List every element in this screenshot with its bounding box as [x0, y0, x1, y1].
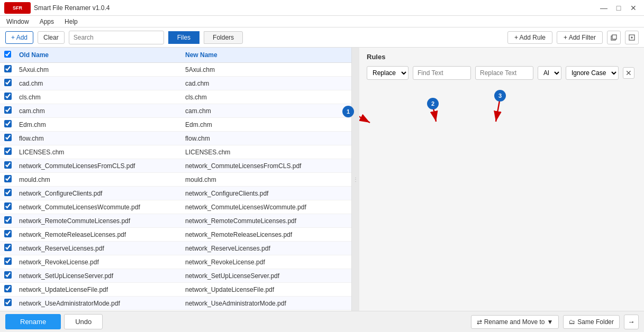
row-checkbox[interactable]	[4, 202, 12, 210]
row-checkbox[interactable]	[4, 79, 12, 86]
divider-handle: ⋮	[352, 48, 359, 311]
all-select[interactable]: All	[538, 66, 561, 80]
select-all-checkbox[interactable]	[4, 51, 11, 58]
old-name-cell: flow.chm	[19, 135, 181, 142]
files-tab[interactable]: Files	[168, 31, 199, 44]
nav-arrow-button[interactable]: →	[624, 315, 639, 329]
new-name-cell: network_RemoteReleaseLicenses.pdf	[185, 231, 347, 238]
same-folder-button[interactable]: 🗂 Same Folder	[563, 315, 620, 329]
row-checkbox-cell	[4, 202, 15, 211]
rename-button[interactable]: Rename	[5, 314, 61, 329]
file-list-header: Old Name New Name	[0, 48, 351, 63]
title-bar-left: SFR Smart File Renamer v1.0.4	[4, 2, 110, 14]
table-row: network_CommuteLicensesWcommute.pdf netw…	[0, 200, 351, 214]
table-row: mould.chm mould.chm	[0, 173, 351, 187]
row-checkbox-cell	[4, 189, 15, 198]
new-name-cell: 5Axui.chm	[185, 66, 347, 73]
undo-button[interactable]: Undo	[64, 314, 103, 329]
old-name-cell: network_RemoteCommuteLicenses.pdf	[19, 217, 181, 225]
row-checkbox-cell	[4, 299, 15, 308]
app-title: Smart File Renamer v1.0.4	[34, 4, 110, 12]
row-checkbox[interactable]	[4, 285, 12, 292]
table-row: 5Axui.chm 5Axui.chm	[0, 63, 351, 77]
new-name-cell: cam.chm	[185, 107, 347, 115]
rules-header-title: Rules	[359, 48, 644, 64]
clear-button[interactable]: Clear	[38, 31, 65, 44]
row-checkbox-cell	[4, 106, 15, 115]
menu-help[interactable]: Help	[62, 17, 80, 26]
row-checkbox-cell	[4, 147, 15, 156]
table-row: network_RemoteCommuteLicenses.pdf networ…	[0, 214, 351, 228]
row-checkbox[interactable]	[4, 134, 12, 141]
new-name-cell: network_CommuteLicensesFromCLS.pdf	[185, 162, 347, 170]
row-checkbox[interactable]	[4, 257, 12, 265]
old-name-cell: mould.chm	[19, 176, 181, 183]
menu-window[interactable]: Window	[4, 17, 31, 26]
maximize-button[interactable]: □	[612, 3, 625, 13]
row-checkbox[interactable]	[4, 189, 12, 196]
new-name-cell: mould.chm	[185, 176, 347, 183]
row-checkbox[interactable]	[4, 93, 12, 100]
row-checkbox-cell	[4, 161, 15, 170]
row-checkbox-cell	[4, 271, 15, 280]
row-checkbox[interactable]	[4, 244, 12, 251]
new-name-cell: network_ConfigureClients.pdf	[185, 190, 347, 197]
row-checkbox[interactable]	[4, 230, 12, 237]
app-logo: SFR	[4, 2, 31, 14]
old-name-cell: network_SetUpLicenseServer.pdf	[19, 272, 181, 280]
ignore-case-select[interactable]: Ignore Case	[566, 66, 619, 80]
table-row: flow.chm flow.chm	[0, 132, 351, 145]
replace-text-input[interactable]	[475, 66, 533, 80]
row-checkbox[interactable]	[4, 216, 12, 224]
rules-row-1: Replace All Ignore Case ✕	[359, 64, 644, 82]
table-row: Edm.chm Edm.chm	[0, 118, 351, 132]
rename-move-button[interactable]: ⇄ Rename and Move to ▼	[471, 315, 559, 329]
row-checkbox[interactable]	[4, 106, 12, 114]
add-rule-button[interactable]: + Add Rule	[507, 31, 552, 44]
file-list-body: 5Axui.chm 5Axui.chm cad.chm cad.chm cls.…	[0, 63, 351, 311]
add-button[interactable]: + Add	[5, 31, 33, 44]
old-name-cell: network_CommuteLicensesWcommute.pdf	[19, 204, 181, 211]
close-button[interactable]: ✕	[627, 3, 640, 13]
new-name-cell: cls.chm	[185, 94, 347, 101]
row-checkbox[interactable]	[4, 175, 12, 182]
row-checkbox[interactable]	[4, 120, 12, 127]
row-checkbox[interactable]	[4, 65, 12, 72]
same-folder-label: Same Folder	[577, 318, 614, 326]
arrow-right-icon: →	[628, 318, 634, 326]
old-name-cell: cls.chm	[19, 94, 181, 101]
replace-select[interactable]: Replace	[367, 66, 409, 80]
add-filter-button[interactable]: + Add Filter	[557, 31, 603, 44]
row-checkbox-cell	[4, 93, 15, 102]
table-row: network_UseAdministratorMode.pdf network…	[0, 297, 351, 310]
row-checkbox[interactable]	[4, 147, 12, 155]
search-input[interactable]	[69, 31, 164, 44]
menu-apps[interactable]: Apps	[38, 17, 56, 26]
row-checkbox[interactable]	[4, 161, 12, 169]
table-row: ParametricPage.chm ParametricPage.chm	[0, 310, 351, 311]
row-checkbox[interactable]	[4, 271, 12, 279]
folder-icon: 🗂	[569, 318, 575, 326]
row-checkbox-cell	[4, 175, 15, 184]
folders-tab[interactable]: Folders	[204, 31, 243, 44]
minimize-button[interactable]: —	[597, 3, 610, 13]
old-name-cell: Edm.chm	[19, 121, 181, 128]
row-checkbox-cell	[4, 230, 15, 239]
old-name-cell: network_UpdateLicenseFile.pdf	[19, 286, 181, 293]
rules-spacer	[359, 82, 644, 311]
new-name-cell: network_ReserveLicenses.pdf	[185, 245, 347, 252]
header-checkbox	[4, 51, 15, 59]
old-name-cell: network_ReserveLicenses.pdf	[19, 245, 181, 252]
remove-rule-button[interactable]: ✕	[623, 67, 634, 79]
copy-icon-button[interactable]	[607, 31, 621, 44]
find-text-input[interactable]	[413, 66, 471, 80]
table-row: network_ConfigureClients.pdf network_Con…	[0, 187, 351, 200]
old-name-cell: cam.chm	[19, 107, 181, 115]
table-row: network_UpdateLicenseFile.pdf network_Up…	[0, 283, 351, 297]
new-name-cell: network_RemoteCommuteLicenses.pdf	[185, 217, 347, 225]
paste-icon-button[interactable]	[625, 31, 639, 44]
row-checkbox[interactable]	[4, 299, 12, 306]
table-row: network_RevokeLicense.pdf network_Revoke…	[0, 255, 351, 269]
title-bar: SFR Smart File Renamer v1.0.4 — □ ✕	[0, 0, 644, 16]
col-old-name-header: Old Name	[19, 51, 181, 59]
